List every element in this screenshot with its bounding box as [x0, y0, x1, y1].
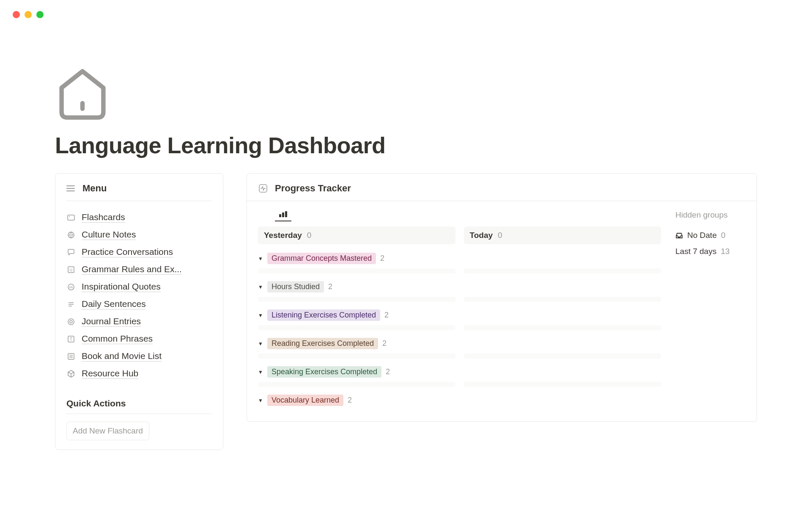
- menu-item-book-movie-list[interactable]: Book and Movie List: [66, 348, 212, 365]
- board-view-tab[interactable]: [275, 208, 291, 221]
- category-header[interactable]: ▼ Hours Studied 2: [258, 279, 661, 295]
- category-header[interactable]: ▼ Listening Exercises Completed 2: [258, 307, 661, 323]
- tracker-columns: Yesterday 0 Today 0: [258, 201, 661, 410]
- add-flashcard-button[interactable]: Add New Flashcard: [66, 422, 149, 440]
- board-icon: [279, 211, 287, 217]
- page-title: Language Learning Dashboard: [55, 132, 757, 158]
- globe-note-icon: [66, 230, 76, 240]
- menu-item-culture-notes[interactable]: Culture Notes: [66, 226, 212, 243]
- svg-rect-0: [80, 101, 85, 111]
- chat-icon: [66, 248, 76, 257]
- empty-slot[interactable]: [464, 325, 661, 330]
- hidden-group-last-7-days[interactable]: Last 7 days 13: [675, 243, 746, 260]
- page-icon[interactable]: [55, 67, 757, 124]
- empty-slot[interactable]: [464, 353, 661, 359]
- quick-actions-title: Quick Actions: [66, 398, 212, 414]
- column-title: Yesterday: [264, 231, 302, 240]
- menu-item-label: Resource Hub: [82, 368, 138, 379]
- menu-item-common-phrases[interactable]: T Common Phrases: [66, 330, 212, 348]
- chevron-down-icon[interactable]: ▼: [258, 256, 263, 262]
- svg-text:66: 66: [69, 285, 73, 289]
- sidebar-menu-card: Menu Flashcards Culture Notes: [55, 173, 223, 450]
- svg-text:T: T: [70, 337, 72, 342]
- category-count: 2: [328, 282, 332, 291]
- menu-item-label: Daily Sentences: [82, 299, 146, 309]
- category-badge: Hours Studied: [267, 281, 324, 293]
- category-hours: ▼ Hours Studied 2: [258, 275, 661, 304]
- chevron-down-icon[interactable]: ▼: [258, 398, 263, 403]
- category-header[interactable]: ▼ Reading Exercises Completed 2: [258, 335, 661, 352]
- quote-icon: 66: [66, 282, 76, 292]
- close-window-button[interactable]: [13, 11, 20, 18]
- menu-item-flashcards[interactable]: Flashcards: [66, 209, 212, 226]
- column-count: 0: [307, 231, 312, 240]
- category-vocabulary: ▼ Vocabulary Learned 2: [258, 389, 661, 410]
- column-yesterday: Yesterday 0: [258, 226, 455, 247]
- card-icon: [66, 213, 76, 222]
- hamburger-icon: [66, 185, 75, 191]
- tracker-header: Progress Tracker: [247, 174, 757, 201]
- hidden-group-count: 13: [721, 247, 730, 256]
- lines-icon: [66, 300, 76, 309]
- category-header[interactable]: ▼ Vocabulary Learned 2: [258, 392, 661, 409]
- empty-slot[interactable]: [258, 297, 455, 302]
- journal-icon: [66, 317, 76, 326]
- column-today: Today 0: [464, 226, 661, 247]
- house-icon: [55, 67, 110, 122]
- column-header[interactable]: Today 0: [464, 226, 661, 244]
- category-count: 2: [380, 254, 384, 263]
- menu-item-grammar-rules[interactable]: G Grammar Rules and Ex...: [66, 261, 212, 278]
- chevron-down-icon[interactable]: ▼: [258, 341, 263, 347]
- menu-list: Flashcards Culture Notes Practice Conver…: [66, 209, 212, 382]
- menu-item-practice-conversations[interactable]: Practice Conversations: [66, 243, 212, 261]
- category-reading: ▼ Reading Exercises Completed 2: [258, 332, 661, 360]
- empty-slot[interactable]: [464, 268, 661, 273]
- category-count: 2: [384, 311, 389, 320]
- menu-title: Menu: [82, 183, 107, 194]
- window-controls: [0, 0, 812, 18]
- menu-item-label: Practice Conversations: [82, 247, 173, 257]
- empty-slot[interactable]: [464, 297, 661, 302]
- hidden-group-no-date[interactable]: No Date 0: [675, 227, 746, 243]
- column-header[interactable]: Yesterday 0: [258, 226, 455, 244]
- content-wrapper: Menu Flashcards Culture Notes: [55, 173, 757, 450]
- inbox-icon: [675, 232, 683, 239]
- category-header[interactable]: ▼ Speaking Exercises Completed 2: [258, 364, 661, 380]
- category-badge: Speaking Exercises Completed: [267, 366, 381, 378]
- list-icon: [66, 352, 76, 361]
- category-speaking: ▼ Speaking Exercises Completed 2: [258, 360, 661, 389]
- menu-item-journal-entries[interactable]: Journal Entries: [66, 313, 212, 330]
- maximize-window-button[interactable]: [36, 11, 44, 18]
- text-icon: T: [66, 334, 76, 344]
- category-listening: ▼ Listening Exercises Completed 2: [258, 304, 661, 332]
- empty-slot[interactable]: [258, 353, 455, 359]
- tracker-title: Progress Tracker: [275, 183, 351, 194]
- menu-item-label: Inspirational Quotes: [82, 282, 161, 292]
- cube-icon: [66, 369, 76, 378]
- chevron-down-icon[interactable]: ▼: [258, 312, 263, 318]
- hidden-groups-panel: Hidden groups No Date 0 Last 7 days 13: [661, 201, 746, 410]
- empty-slot[interactable]: [258, 268, 455, 273]
- category-grammar: ▼ Grammar Concepts Mastered 2: [258, 247, 661, 275]
- chevron-down-icon[interactable]: ▼: [258, 284, 263, 290]
- view-tabs: [258, 201, 661, 221]
- activity-icon: [258, 183, 268, 193]
- menu-header: Menu: [66, 183, 212, 201]
- menu-item-resource-hub[interactable]: Resource Hub: [66, 365, 212, 382]
- category-count: 2: [386, 367, 390, 376]
- page-container: Language Learning Dashboard Menu Flashca…: [0, 18, 812, 450]
- chevron-down-icon[interactable]: ▼: [258, 369, 263, 375]
- category-count: 2: [348, 396, 352, 405]
- menu-item-daily-sentences[interactable]: Daily Sentences: [66, 295, 212, 313]
- menu-item-label: Common Phrases: [82, 334, 153, 344]
- empty-slot[interactable]: [258, 325, 455, 330]
- hidden-group-label: Last 7 days: [675, 247, 716, 256]
- tracker-body: Yesterday 0 Today 0: [247, 201, 757, 421]
- category-badge: Grammar Concepts Mastered: [267, 253, 376, 264]
- minimize-window-button[interactable]: [25, 11, 32, 18]
- empty-slot[interactable]: [258, 382, 455, 387]
- empty-slot[interactable]: [464, 382, 661, 387]
- category-header[interactable]: ▼ Grammar Concepts Mastered 2: [258, 250, 661, 267]
- menu-item-inspirational-quotes[interactable]: 66 Inspirational Quotes: [66, 278, 212, 295]
- menu-item-label: Journal Entries: [82, 316, 141, 327]
